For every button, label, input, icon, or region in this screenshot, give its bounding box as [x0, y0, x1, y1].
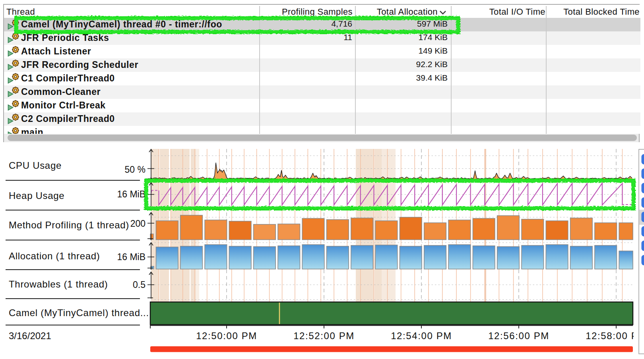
svg-text:12:50:00 PM: 12:50:00 PM — [196, 330, 257, 341]
svg-text:Method Profiling (1 thread): Method Profiling (1 thread) — [9, 220, 129, 230]
svg-text:Allocation (1 thread): Allocation (1 thread) — [9, 251, 100, 261]
svg-text:50 %: 50 % — [125, 164, 145, 175]
svg-text:12:56:00 PM: 12:56:00 PM — [488, 330, 549, 341]
svg-text:Camel (MyTinyCamel) thread...: Camel (MyTinyCamel) thread... — [9, 307, 149, 318]
svg-text:200: 200 — [130, 218, 145, 229]
svg-text:16 MiB: 16 MiB — [117, 189, 145, 199]
svg-text:16 MiB: 16 MiB — [117, 252, 145, 262]
svg-text:CPU Usage: CPU Usage — [9, 160, 62, 171]
svg-text:3/16/2021: 3/16/2021 — [9, 330, 51, 341]
svg-text:12:58:00 PM: 12:58:00 PM — [586, 330, 644, 341]
svg-text:Throwables (1 thread): Throwables (1 thread) — [9, 279, 108, 290]
svg-text:12:54:00 PM: 12:54:00 PM — [391, 330, 452, 341]
svg-text:12:52:00 PM: 12:52:00 PM — [293, 330, 355, 341]
svg-text:0.5: 0.5 — [133, 280, 145, 290]
svg-text:Heap Usage: Heap Usage — [9, 190, 64, 201]
